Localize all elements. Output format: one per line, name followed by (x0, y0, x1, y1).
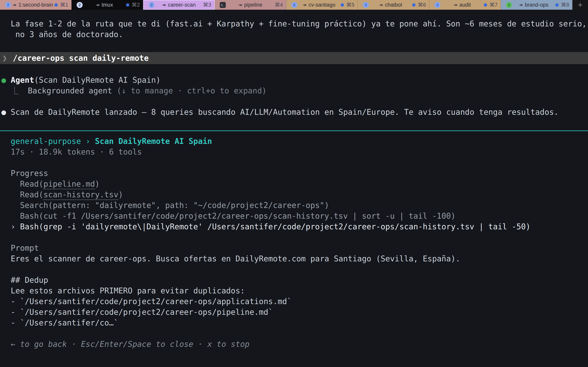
task-title: Scan DailyRemote AI Spain (95, 137, 212, 146)
tab-bar: 2 ↠ 1:second-brain ⌘1 2 ↠ tmux ⌘2 2 ↠ ca… (0, 0, 588, 10)
tab-career-scan-active[interactable]: 2 ↠ career-scan ⌘3 (143, 0, 215, 10)
session-count-badge: 2 (77, 2, 83, 8)
tab-label: tmux (102, 2, 113, 8)
tab-pipeline[interactable]: >_ ↠ pipeline ⌘4 (215, 0, 286, 10)
tab-shortcut: ⌘2 (132, 2, 140, 8)
activity-indicator-dot (341, 3, 344, 7)
tool-call-line-active: ›Bash(grep -i 'dailyremote\|DailyRemote'… (11, 221, 588, 232)
tab-label: audit (459, 2, 471, 8)
activity-indicator-dot (412, 3, 415, 7)
status-line: ●Scan de DailyRemote lanzado — 8 queries… (1, 107, 588, 117)
session-count-badge: 2 (363, 2, 369, 8)
tab-cv-santiago[interactable]: 2 ↠ cv-santiago ⌘5 (286, 0, 358, 10)
tab-brand-ops[interactable]: 2 ↠ brand-ops ⌘8 (501, 0, 572, 10)
tab-label: career-scan (168, 2, 196, 8)
activity-indicator-dot (54, 3, 58, 7)
task-panel-divider (0, 131, 588, 131)
activity-indicator-dot (126, 3, 129, 7)
dedup-heading: ## Dedup (11, 275, 588, 285)
tab-shortcut: ⌘4 (275, 2, 283, 8)
session-count-badge: 2 (434, 2, 441, 8)
tmux-arrow-icon: ↠ (303, 2, 307, 8)
tmux-arrow-icon: ↠ (96, 2, 100, 8)
file-link[interactable]: pipeline.md (43, 179, 95, 189)
session-count-badge: 2 (5, 2, 11, 8)
tab-chatbot[interactable]: 2 ↠ chatbot ⌘6 (358, 0, 429, 10)
new-tab-button[interactable]: + (572, 0, 588, 10)
message-line: no 3 años de doctorado. (1, 29, 588, 40)
keyboard-hints-footer: ← to go back · Esc/Enter/Space to close … (11, 339, 588, 350)
chat-log: ●Agent(Scan DailyRemote AI Spain) ⎿Backg… (0, 75, 588, 117)
tmux-arrow-icon: ↠ (162, 2, 166, 8)
terminal-content: La fase 1-2 de la ruta que te di (fast.a… (0, 18, 588, 350)
tab-tmux[interactable]: 2 ↠ tmux ⌘2 (71, 0, 143, 10)
dedup-file-item: - `/Users/santifer/code/project2/career-… (11, 307, 588, 317)
tab-shortcut: ⌘3 (203, 2, 211, 8)
dedup-file-item: - `/Users/santifer/co…` (11, 317, 588, 328)
tool-call-line: Read(scan-history.tsv) (11, 189, 588, 200)
tab-audit[interactable]: 2 ↠ audit ⌘7 (429, 0, 501, 10)
session-count-badge: 2 (148, 2, 155, 8)
tab-shortcut: ⌘6 (418, 2, 426, 8)
task-panel: general-purpose›Scan DailyRemote AI Spai… (0, 136, 588, 350)
agent-status-icon: ● (1, 75, 6, 84)
session-count-badge: 2 (291, 2, 297, 8)
message-line: La fase 1-2 de la ruta que te di (fast.a… (1, 18, 588, 29)
tab-label: chatbot (385, 2, 402, 8)
task-stats: 17s · 18.9k tokens · 6 tools (11, 147, 588, 157)
prompt-header: Prompt (11, 243, 588, 253)
tmux-arrow-icon: ↠ (379, 2, 383, 8)
activity-indicator-dot (484, 3, 487, 7)
task-breadcrumb: general-purpose›Scan DailyRemote AI Spai… (11, 136, 588, 147)
prompt-text: Eres el scanner de career-ops. Busca ofe… (11, 253, 588, 264)
command-text: /career-ops scan daily-remote (13, 54, 148, 63)
dedup-file-item: - `/Users/santifer/code/project2/career-… (11, 296, 588, 307)
assistant-message: La fase 1-2 de la ruta que te di (fast.a… (0, 18, 588, 40)
file-link[interactable]: scan-history.tsv (43, 190, 118, 200)
tmux-arrow-icon: ↠ (238, 2, 242, 8)
terminal-icon: >_ (220, 2, 226, 8)
prompt-chevron-icon: ❯ (2, 54, 7, 63)
dedup-intro: Lee estos archivos PRIMERO para evitar d… (11, 285, 588, 296)
activity-indicator-dot (555, 3, 559, 7)
tab-second-brain[interactable]: 2 ↠ 1:second-brain ⌘1 (0, 0, 71, 10)
current-step-caret-icon: › (11, 222, 15, 231)
tab-shortcut: ⌘5 (346, 2, 355, 8)
tab-label: cv-santiago (309, 2, 335, 8)
tab-shortcut: ⌘1 (60, 2, 68, 8)
tmux-arrow-icon: ↠ (519, 2, 523, 8)
tab-label: pipeline (244, 2, 262, 8)
status-bullet-icon: ● (1, 108, 6, 117)
branch-connector-icon: ⎿ (11, 86, 18, 95)
tab-shortcut: ⌘7 (489, 2, 498, 8)
agent-sub-line: ⎿Backgrounded agent(↓ to manage · ctrl+o… (1, 85, 588, 96)
agent-task-line: ●Agent(Scan DailyRemote AI Spain) (1, 75, 588, 85)
tab-label: 1:second-brain (18, 2, 53, 8)
tool-call-line: Bash(cut -f1 /Users/santifer/code/projec… (11, 211, 588, 221)
session-count-badge: 2 (506, 2, 512, 8)
tool-call-line: Read(pipeline.md) (11, 179, 588, 189)
tab-shortcut: ⌘8 (561, 2, 569, 8)
tool-call-line: Search(pattern: "dailyremote", path: "~/… (11, 200, 588, 211)
tmux-arrow-icon: ↠ (453, 2, 458, 8)
plus-icon: + (578, 0, 582, 9)
command-input-bar: ❯ /career-ops scan daily-remote (0, 52, 588, 64)
tab-label: brand-ops (525, 2, 549, 8)
progress-header: Progress (11, 168, 588, 179)
tmux-arrow-icon: ↠ (12, 2, 17, 8)
breadcrumb-separator: › (86, 137, 90, 146)
